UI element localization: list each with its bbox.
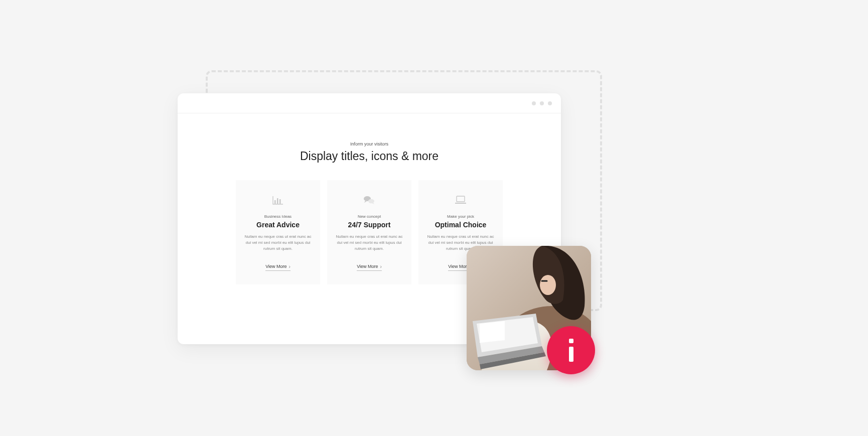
svg-rect-12 bbox=[480, 321, 505, 343]
card-eyebrow: Make your pick bbox=[425, 214, 496, 219]
svg-rect-1 bbox=[277, 198, 278, 204]
svg-point-4 bbox=[368, 199, 374, 203]
info-badge[interactable] bbox=[547, 326, 595, 374]
view-more-link[interactable]: View More bbox=[357, 264, 382, 271]
section-headline: Display titles, icons & more bbox=[198, 150, 541, 163]
window-dot bbox=[548, 101, 552, 105]
feature-card[interactable]: New concept 24/7 Support Nullam eu neque… bbox=[327, 180, 411, 284]
svg-rect-0 bbox=[274, 200, 276, 204]
svg-rect-2 bbox=[279, 199, 281, 204]
laptop-icon bbox=[425, 194, 496, 206]
chat-bubbles-icon bbox=[334, 194, 404, 206]
svg-point-9 bbox=[540, 275, 556, 295]
window-dot bbox=[532, 101, 536, 105]
card-title: 24/7 Support bbox=[334, 221, 404, 229]
bar-chart-icon bbox=[243, 194, 313, 206]
info-icon bbox=[569, 339, 573, 362]
window-dot bbox=[540, 101, 544, 105]
view-more-link[interactable]: View More bbox=[265, 264, 291, 271]
card-body: Nullam eu neque cras ut erat nunc ac dui… bbox=[243, 234, 313, 252]
card-title: Great Advice bbox=[243, 221, 313, 229]
feature-card[interactable]: Business Ideas Great Advice Nullam eu ne… bbox=[236, 180, 320, 284]
card-eyebrow: New concept bbox=[334, 214, 404, 219]
card-eyebrow: Business Ideas bbox=[243, 214, 313, 219]
section-eyebrow: Inform your visitors bbox=[198, 141, 541, 147]
browser-title-bar bbox=[178, 93, 561, 113]
card-body: Nullam eu neque cras ut erat nunc ac dui… bbox=[334, 234, 404, 252]
svg-rect-5 bbox=[457, 196, 465, 202]
card-title: Optimal Choice bbox=[425, 221, 496, 229]
